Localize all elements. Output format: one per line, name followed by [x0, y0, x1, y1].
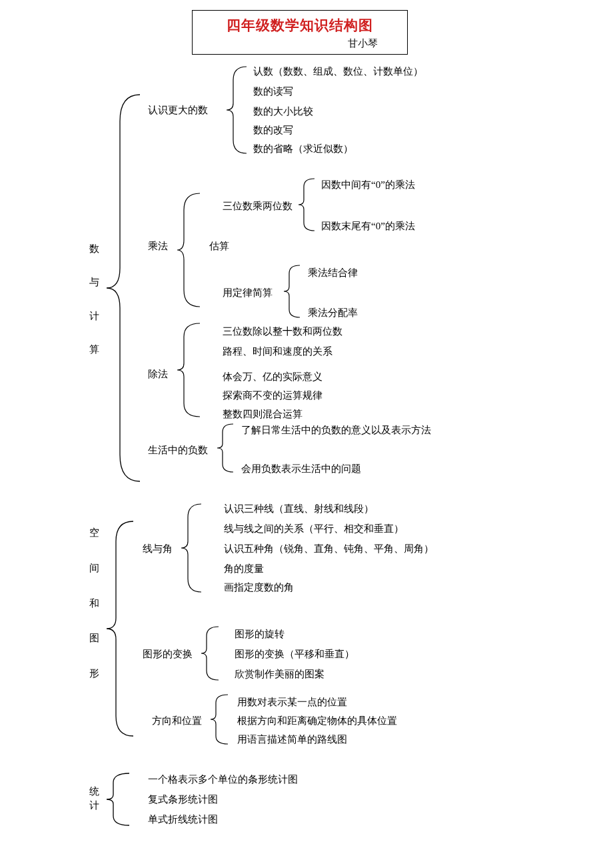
leaf-a2: 数的读写 [253, 85, 293, 98]
leaf-a3: 数的大小比较 [253, 105, 313, 118]
leaf-2a1: 认识三种线（直线、射线和线段） [224, 503, 374, 515]
leaf-c3: 体会万、亿的实际意义 [223, 371, 322, 383]
root1-c1: 与 [89, 276, 99, 289]
root2-c2: 和 [89, 597, 99, 610]
leaf-2c1: 用数对表示某一点的位置 [237, 696, 347, 709]
brace-multiply [177, 193, 204, 307]
leaf-2b2: 图形的变换（平移和垂直） [235, 648, 354, 661]
brace-negative [217, 424, 236, 472]
node-negative: 生活中的负数 [148, 444, 208, 457]
leaf-a5: 数的省略（求近似数） [253, 143, 353, 155]
brace-divide [177, 323, 204, 417]
root2-c3: 图 [89, 632, 99, 645]
brace-root2 [107, 521, 137, 736]
leaf-3b: 复式条形统计图 [148, 793, 218, 806]
leaf-b1b: 因数末尾有“0”的乘法 [321, 220, 415, 233]
root1-c2: 计 [89, 310, 99, 323]
root2-c0: 空 [89, 527, 99, 539]
brace-transform [201, 627, 221, 680]
diagram-author: 甘小琴 [197, 37, 403, 50]
title-box: 四年级数学知识结构图 甘小琴 [192, 10, 408, 55]
brace-direction [211, 695, 231, 744]
leaf-b3a: 乘法结合律 [308, 267, 358, 279]
node-line-angle: 线与角 [143, 543, 173, 555]
leaf-2b3: 欣赏制作美丽的图案 [235, 668, 324, 681]
leaf-c2: 路程、时间和速度的关系 [223, 345, 332, 358]
root3-c1: 计 [89, 799, 99, 812]
brace-large-numbers [227, 67, 251, 153]
root3-c0: 统 [89, 785, 99, 798]
leaf-b1a: 因数中间有“0”的乘法 [321, 179, 415, 191]
leaf-b3b: 乘法分配率 [308, 307, 358, 319]
leaf-c4: 探索商不变的运算规律 [223, 389, 322, 402]
node-large-numbers: 认识更大的数 [148, 104, 208, 117]
root-node-2: 空 间 和 图 形 [89, 527, 99, 680]
node-multiply: 乘法 [148, 240, 168, 253]
brace-line-angle [181, 504, 205, 592]
root1-c3: 算 [89, 343, 99, 356]
leaf-2a3: 认识五种角（锐角、直角、钝角、平角、周角） [224, 543, 434, 555]
brace-root1 [107, 95, 147, 481]
leaf-2a5: 画指定度数的角 [224, 581, 294, 594]
leaf-a1: 认数（数数、组成、数位、计数单位） [253, 65, 423, 78]
node-direction: 方向和位置 [152, 715, 202, 727]
node-transform: 图形的变换 [143, 648, 193, 661]
root-node-3: 统 计 [89, 785, 99, 812]
leaf-3c: 单式折线统计图 [148, 813, 218, 826]
leaf-2c2: 根据方向和距离确定物体的具体位置 [237, 715, 397, 727]
leaf-2a2: 线与线之间的关系（平行、相交和垂直） [224, 523, 404, 535]
leaf-c5: 整数四则混合运算 [223, 408, 303, 421]
leaf-2c3: 用语言描述简单的路线图 [237, 733, 347, 746]
brace-root3 [107, 773, 133, 825]
brace-3x2 [299, 179, 317, 231]
leaf-a4: 数的改写 [253, 124, 293, 137]
node-divide: 除法 [148, 368, 168, 381]
leaf-d2: 会用负数表示生活中的问题 [241, 463, 361, 475]
node-3x2: 三位数乘两位数 [223, 200, 293, 213]
diagram-title: 四年级数学知识结构图 [197, 16, 403, 35]
root2-c1: 间 [89, 562, 99, 575]
leaf-d1: 了解日常生活中的负数的意义以及表示方法 [241, 424, 431, 437]
leaf-2a4: 角的度量 [224, 563, 264, 575]
root1-c0: 数 [89, 243, 99, 255]
root2-c4: 形 [89, 667, 99, 680]
leaf-c1: 三位数除以整十数和两位数 [223, 325, 342, 338]
leaf-3a: 一个格表示多个单位的条形统计图 [148, 773, 298, 786]
node-laws: 用定律简算 [223, 287, 273, 299]
leaf-2b1: 图形的旋转 [235, 628, 285, 641]
root-node-1: 数 与 计 算 [89, 243, 99, 356]
node-estimate: 估算 [209, 240, 229, 253]
brace-laws [284, 265, 303, 317]
